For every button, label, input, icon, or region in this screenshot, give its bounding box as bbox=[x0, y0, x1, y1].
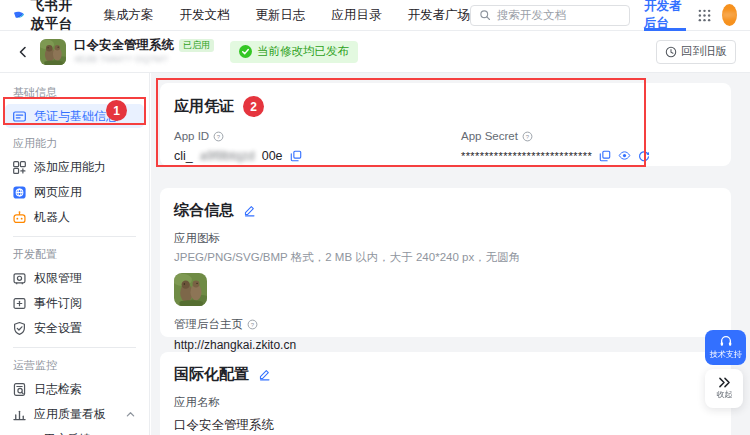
main-nav: 集成方案 开发文档 更新日志 应用目录 开发者广场 bbox=[103, 7, 470, 24]
refresh-icon[interactable] bbox=[638, 150, 650, 162]
sidebar-item-label: 权限管理 bbox=[34, 270, 82, 287]
sidebar: 1 基础信息 凭证与基础信息 应用能力 添加应用能力 网页应用 机器人 开发配置… bbox=[0, 73, 150, 435]
help-icon[interactable]: ? bbox=[522, 131, 533, 142]
app-icon-small bbox=[40, 39, 66, 65]
sidebar-item-label: 网页应用 bbox=[34, 184, 82, 201]
sidebar-item-add-capability[interactable]: 添加应用能力 bbox=[5, 155, 144, 179]
app-secret-masked-value: **************************** bbox=[461, 150, 592, 162]
back-to-legacy-button[interactable]: 回到旧版 bbox=[656, 40, 736, 64]
sidebar-divider bbox=[13, 347, 136, 348]
nav-item-app-directory[interactable]: 应用目录 bbox=[331, 7, 381, 24]
back-to-legacy-label: 回到旧版 bbox=[681, 44, 727, 59]
sidebar-item-event-subscription[interactable]: 事件订阅 bbox=[5, 291, 144, 315]
avatar-initials: WH bbox=[722, 10, 737, 20]
top-navbar: 飞书开放平台 集成方案 开发文档 更新日志 应用目录 开发者广场 搜索开发文档 … bbox=[0, 0, 750, 31]
credentials-card-title: 应用凭证 bbox=[174, 97, 234, 116]
app-id-field: App ID ? cli_a9f8btqzd00e bbox=[174, 130, 461, 163]
sidebar-item-user-feedback[interactable]: 用户反馈 bbox=[5, 427, 144, 435]
app-meta: 口令安全管理系统 已启用 4EdB TMM?? OQ7M? bbox=[74, 38, 214, 64]
status-badge: 已启用 bbox=[179, 39, 214, 51]
help-icon[interactable]: ? bbox=[247, 319, 258, 330]
app-name: 口令安全管理系统 bbox=[74, 38, 174, 52]
feishu-logo-icon bbox=[13, 6, 25, 24]
collapse-button[interactable]: 收起 bbox=[705, 369, 743, 408]
app-icon-preview[interactable] bbox=[174, 273, 207, 306]
tech-support-label: 技术支持 bbox=[709, 349, 741, 360]
app-grid-icon[interactable] bbox=[698, 9, 711, 22]
brand-name: 飞书开放平台 bbox=[31, 0, 86, 33]
sidebar-item-security-settings[interactable]: 安全设置 bbox=[5, 316, 144, 340]
sidebar-item-bot[interactable]: 机器人 bbox=[5, 205, 144, 229]
bar-chart-icon bbox=[12, 407, 27, 422]
nav-item-developer-plaza[interactable]: 开发者广场 bbox=[407, 7, 470, 24]
sidebar-section-basic-info: 基础信息 bbox=[0, 82, 149, 103]
search-icon bbox=[479, 9, 491, 21]
sidebar-item-quality-dashboard[interactable]: 应用质量看板 bbox=[5, 402, 144, 426]
sidebar-item-web-app[interactable]: 网页应用 bbox=[5, 180, 144, 204]
publish-status-text: 当前修改均已发布 bbox=[257, 44, 349, 59]
general-info-title: 综合信息 bbox=[174, 201, 234, 220]
main-content: 应用凭证 2 App ID ? cli_a9f8btqzd00e App Sec… bbox=[151, 73, 750, 435]
app-name-value: 口令安全管理系统 bbox=[174, 417, 717, 434]
app-id-prefix: cli_ bbox=[174, 149, 193, 163]
app-id-redacted: a9f8btqzd bbox=[200, 149, 255, 163]
i18n-config-card: 国际化配置 应用名称 口令安全管理系统 应用描述 bbox=[160, 352, 731, 435]
publish-status-pill: 当前修改均已发布 bbox=[230, 41, 358, 63]
sidebar-item-credentials[interactable]: 凭证与基础信息 bbox=[5, 104, 144, 128]
nav-item-changelog[interactable]: 更新日志 bbox=[255, 7, 305, 24]
search-input[interactable]: 搜索开发文档 bbox=[470, 5, 630, 26]
general-info-card: 综合信息 应用图标 JPEG/PNG/SVG/BMP 格式，2 MB 以内，大于… bbox=[160, 188, 731, 337]
add-capability-icon bbox=[12, 160, 27, 175]
sidebar-item-label: 日志检索 bbox=[34, 381, 82, 398]
sidebar-item-label: 应用质量看板 bbox=[34, 406, 106, 423]
back-button[interactable] bbox=[14, 43, 32, 61]
sidebar-section-dev-config: 开发配置 bbox=[0, 244, 149, 265]
edit-pencil-icon[interactable] bbox=[243, 204, 256, 217]
i18n-config-title: 国际化配置 bbox=[174, 365, 249, 384]
app-secret-label: App Secret bbox=[461, 130, 518, 142]
shield-check-icon bbox=[12, 321, 27, 336]
user-avatar[interactable]: WH bbox=[722, 4, 737, 26]
tech-support-button[interactable]: 技术支持 bbox=[705, 330, 746, 365]
sidebar-item-log-search[interactable]: 日志检索 bbox=[5, 377, 144, 401]
permission-safe-icon bbox=[12, 271, 27, 286]
collapse-label: 收起 bbox=[716, 389, 732, 400]
sidebar-item-label: 添加应用能力 bbox=[34, 159, 106, 176]
sidebar-item-label: 安全设置 bbox=[34, 320, 82, 337]
history-clock-icon bbox=[665, 46, 677, 58]
edit-pencil-icon[interactable] bbox=[258, 368, 271, 381]
chevron-up-icon[interactable] bbox=[126, 410, 135, 419]
sidebar-section-capabilities: 应用能力 bbox=[0, 133, 149, 154]
credential-card-icon bbox=[12, 109, 27, 124]
bot-icon bbox=[12, 210, 27, 225]
copy-icon[interactable] bbox=[599, 150, 611, 162]
nav-item-developer-console-active[interactable]: 开发者后台 bbox=[644, 0, 686, 31]
svg-text:?: ? bbox=[251, 322, 255, 328]
app-id-suffix: 00e bbox=[262, 149, 283, 163]
help-icon[interactable]: ? bbox=[213, 131, 224, 142]
app-secret-field: App Secret ? ***************************… bbox=[461, 130, 650, 163]
sidebar-item-label: 用户反馈 bbox=[43, 431, 91, 435]
copy-icon[interactable] bbox=[290, 150, 302, 162]
app-id-label: App ID bbox=[174, 130, 209, 142]
svg-text:?: ? bbox=[526, 133, 530, 139]
headset-icon bbox=[719, 334, 733, 348]
nav-item-integrations[interactable]: 集成方案 bbox=[103, 7, 153, 24]
sidebar-item-permissions[interactable]: 权限管理 bbox=[5, 266, 144, 290]
feishu-logo[interactable]: 飞书开放平台 bbox=[13, 0, 85, 33]
sidebar-section-ops-monitoring: 运营监控 bbox=[0, 355, 149, 376]
chevron-left-icon bbox=[17, 46, 29, 58]
sidebar-divider bbox=[13, 236, 136, 237]
eye-icon[interactable] bbox=[618, 149, 631, 162]
web-app-icon bbox=[12, 185, 27, 200]
app-icon-label: 应用图标 bbox=[174, 231, 717, 246]
sidebar-item-label: 凭证与基础信息 bbox=[34, 108, 118, 125]
event-subscription-icon bbox=[12, 296, 27, 311]
check-circle-icon bbox=[239, 45, 252, 58]
app-name-label: 应用名称 bbox=[174, 395, 717, 410]
nav-item-docs[interactable]: 开发文档 bbox=[179, 7, 229, 24]
svg-text:?: ? bbox=[217, 133, 221, 139]
homepage-label-row: 管理后台主页 ? bbox=[174, 317, 717, 332]
annotation-step2-circle: 2 bbox=[243, 96, 264, 117]
homepage-label: 管理后台主页 bbox=[174, 317, 243, 332]
